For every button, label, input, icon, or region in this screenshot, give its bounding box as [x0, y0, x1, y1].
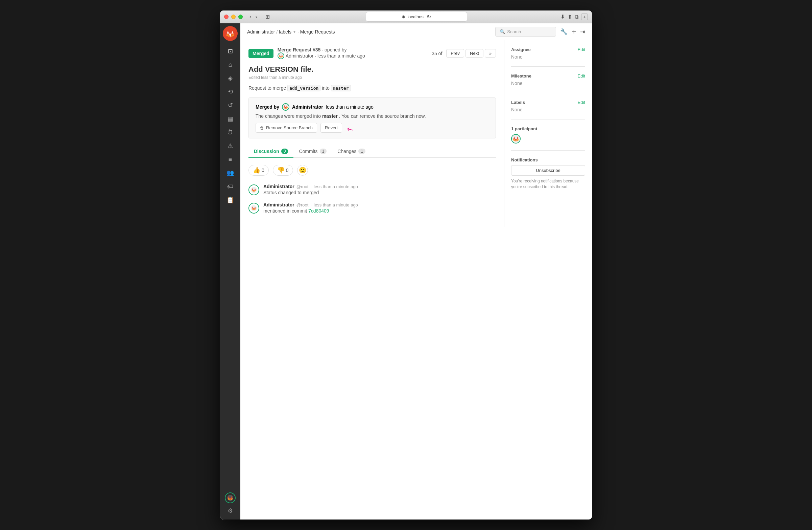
branch-into-text: into	[322, 85, 331, 91]
mr-edited: Edited less than a minute ago	[248, 75, 496, 80]
main-panel: Merged Merge Request #35 · opened by	[240, 40, 504, 227]
thumbs-up-reaction[interactable]: 👍 0	[248, 165, 269, 176]
sidebar-item-history[interactable]: ↺	[223, 99, 238, 111]
cursor-arrow: ↖	[345, 124, 355, 135]
sidebar-item-tag[interactable]: 🏷	[223, 180, 238, 193]
labels-label: Labels	[511, 100, 525, 105]
sidebar-item-book[interactable]: 📋	[223, 194, 238, 206]
minimize-button[interactable]	[231, 15, 236, 19]
remove-source-branch-button[interactable]: 🗑 Remove Source Branch	[256, 123, 317, 132]
forward-button[interactable]: ›	[254, 14, 258, 20]
thumbs-down-reaction[interactable]: 👎 0	[273, 165, 293, 176]
settings-icon: ⚙	[228, 507, 233, 514]
assignee-label: Assignee	[511, 47, 531, 52]
labels-value: None	[511, 107, 522, 112]
sidebar-item-list[interactable]: ≡	[223, 153, 238, 166]
assignee-edit-link[interactable]: Edit	[578, 47, 585, 52]
app-body: ⊡ ⌂ ◈ ⟲ ↺ ▦ ⏱ ⚠ ≡	[220, 23, 592, 519]
prev-button[interactable]: Prev	[446, 49, 464, 57]
titlebar: ‹ › ⊞ ⊕ localhost ↻ ⬇ ⬆ ⧉ +	[220, 11, 592, 23]
merged-target-branch: master	[322, 113, 339, 119]
milestone-edit-link[interactable]: Edit	[578, 73, 585, 79]
sidebar-item-stats[interactable]: ▦	[223, 113, 238, 125]
sidebar-item-alert[interactable]: ⚠	[223, 140, 238, 152]
tab-discussion[interactable]: Discussion 0	[248, 145, 293, 158]
merged-actions: 🗑 Remove Source Branch Revert ↖	[256, 123, 489, 132]
svg-point-3	[251, 187, 257, 193]
address-bar[interactable]: ⊕ localhost ↻	[366, 12, 467, 22]
wrench-icon[interactable]: 🔧	[560, 28, 568, 36]
participants-section: 1 participant	[511, 126, 585, 151]
merged-info-text: The changes were merged into master . Yo…	[256, 113, 489, 119]
svg-point-2	[282, 104, 289, 110]
thumbs-down-count: 0	[286, 168, 289, 173]
new-tab-icon: ⊕	[402, 14, 405, 19]
sidebar-item-home[interactable]: ⌂	[223, 58, 238, 71]
tab-changes[interactable]: Changes 1	[332, 145, 371, 158]
plus-icon[interactable]: +	[572, 27, 576, 36]
merged-info-suffix: . You can remove the source branch now.	[339, 113, 426, 119]
activity-user-1[interactable]: Administrator	[263, 184, 294, 189]
labels-edit-link[interactable]: Edit	[578, 100, 585, 105]
participant-avatar-1[interactable]	[511, 134, 521, 143]
breadcrumb-admin[interactable]: Administrator	[247, 29, 275, 34]
thumbs-up-icon: 👍	[253, 167, 260, 174]
new-tab-button[interactable]: +	[581, 14, 588, 20]
remove-source-label: Remove Source Branch	[266, 125, 313, 130]
revert-button[interactable]: Revert	[320, 123, 342, 132]
add-reaction-button[interactable]: 🙂	[297, 165, 308, 176]
sidebar-item-clock[interactable]: ⏱	[223, 126, 238, 138]
mr-opened-text: · opened by	[322, 47, 347, 53]
activity-content-1: Administrator @root · less than a minute…	[263, 184, 496, 195]
participants-label: 1 participant	[511, 126, 585, 131]
sidebar-item-settings[interactable]: ⚙	[223, 505, 238, 517]
browser-nav: ‹ ›	[248, 14, 259, 20]
close-button[interactable]	[224, 15, 229, 19]
commit-link[interactable]: 7cd80409	[308, 208, 329, 213]
mr-branch-info: Request to merge add_version into master	[248, 85, 496, 91]
maximize-button[interactable]	[238, 15, 243, 19]
back-button[interactable]: ‹	[248, 14, 252, 20]
mr-header-row: Merged Merge Request #35 · opened by	[248, 47, 496, 59]
download-button[interactable]: ⬇	[561, 14, 565, 20]
activity-user-2[interactable]: Administrator	[263, 202, 294, 208]
reload-button[interactable]: ↻	[426, 14, 431, 20]
alert-icon: ⚠	[228, 142, 233, 150]
assignee-section: Assignee Edit None	[511, 47, 585, 67]
share-button[interactable]: ⬆	[568, 14, 572, 20]
sidebar: ⊡ ⌂ ◈ ⟲ ↺ ▦ ⏱ ⚠ ≡	[220, 23, 240, 519]
mr-meta: Merge Request #35 · opened by	[277, 47, 427, 59]
svg-point-4	[251, 205, 257, 211]
sidebar-item-merge-requests[interactable]: ⟲	[223, 86, 238, 98]
tab-manager-button[interactable]: ⧉	[575, 14, 578, 20]
sidebar-item-activity[interactable]: ◈	[223, 72, 238, 84]
assignee-label-row: Assignee Edit	[511, 47, 585, 52]
search-placeholder: Search	[507, 29, 521, 34]
activity-time-1: less than a minute ago	[314, 184, 358, 189]
activity-item-2: Administrator @root · less than a minute…	[248, 202, 496, 213]
merged-info-prefix: The changes were merged into	[256, 113, 321, 119]
chevron-right-button[interactable]: »	[485, 49, 496, 57]
search-box[interactable]: 🔍 Search	[495, 27, 556, 37]
signout-icon[interactable]: ⇥	[580, 28, 585, 36]
milestone-label-row: Milestone Edit	[511, 73, 585, 79]
source-branch[interactable]: add_version	[287, 85, 320, 92]
gitlab-logo[interactable]	[223, 26, 238, 41]
activity-text-2: mentioned in commit 7cd80409	[263, 208, 496, 213]
unsubscribe-button[interactable]: Unsubscribe	[511, 165, 585, 176]
pagination: 35 of Prev Next »	[432, 49, 496, 57]
sidebar-item-group[interactable]: 👥	[223, 167, 238, 179]
sidebar-toggle-button[interactable]: ⊞	[263, 14, 273, 20]
user-avatar[interactable]	[225, 492, 236, 503]
labels-label-row: Labels Edit	[511, 100, 585, 105]
breadcrumb: Administrator / labels ▾ · Merge Request…	[247, 29, 335, 34]
breadcrumb-project[interactable]: labels	[279, 29, 291, 34]
target-branch[interactable]: master	[331, 85, 351, 92]
activity-sep-1: ·	[310, 184, 312, 189]
tab-changes-badge: 1	[358, 149, 365, 154]
sidebar-item-dashboard[interactable]: ⊡	[223, 45, 238, 57]
trash-icon: 🗑	[260, 126, 264, 130]
next-button[interactable]: Next	[465, 49, 483, 57]
participants-list	[511, 134, 585, 143]
tab-commits[interactable]: Commits 1	[293, 145, 332, 158]
